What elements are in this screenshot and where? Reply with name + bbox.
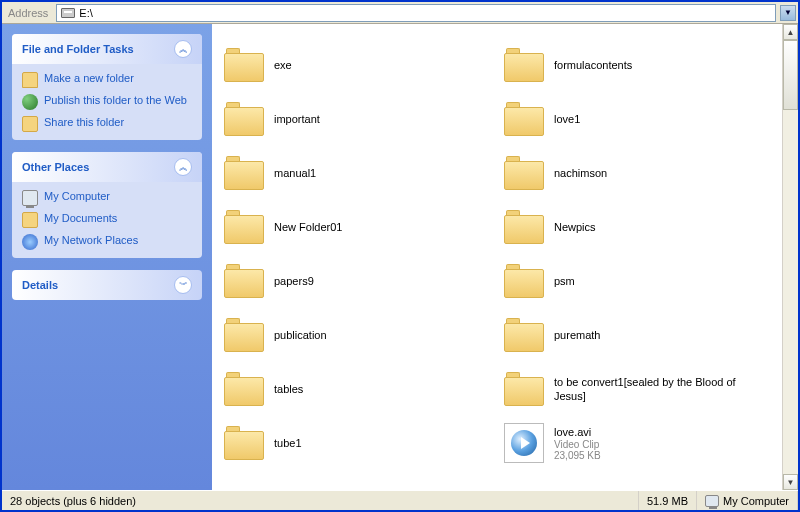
computer-icon [22,190,38,206]
task-new-folder[interactable]: Make a new folder [22,72,192,88]
item-name: publication [274,328,327,342]
panel-details-header[interactable]: Details ︾ [12,270,202,300]
vertical-scrollbar[interactable]: ▲ ▼ [782,24,798,490]
panel-details: Details ︾ [12,270,202,300]
folder-icon [224,210,264,244]
folder-icon [504,156,544,190]
share-icon [22,116,38,132]
scroll-up-button[interactable]: ▲ [783,24,798,40]
folder-item[interactable]: love1 [502,92,772,146]
status-bar: 28 objects (plus 6 hidden) 51.9 MB My Co… [2,490,798,510]
item-name: papers9 [274,274,314,288]
item-name: tables [274,382,303,396]
address-path: E:\ [79,7,92,19]
item-name: love.avi [554,425,601,439]
folder-item[interactable]: New Folder01 [222,200,492,254]
place-network[interactable]: My Network Places [22,234,192,250]
panel-details-title: Details [22,279,58,291]
folder-icon [224,264,264,298]
panel-places-body: My Computer My Documents My Network Plac… [12,182,202,258]
item-name: love1 [554,112,580,126]
expand-icon: ︾ [174,276,192,294]
scroll-down-button[interactable]: ▼ [783,474,798,490]
place-label: My Computer [44,190,110,202]
video-icon [504,423,544,463]
folder-item[interactable]: publication [222,308,492,362]
item-name: important [274,112,320,126]
file-item[interactable]: love.aviVideo Clip23,095 KB [502,416,772,470]
place-label: My Documents [44,212,117,224]
task-publish[interactable]: Publish this folder to the Web [22,94,192,110]
task-label: Make a new folder [44,72,134,84]
task-label: Share this folder [44,116,124,128]
folder-icon [224,156,264,190]
item-name: New Folder01 [274,220,342,234]
item-name: to be convert1[sealed by the Blood of Je… [554,375,770,404]
folder-item[interactable]: papers9 [222,254,492,308]
folder-icon [22,72,38,88]
globe-icon [22,94,38,110]
folder-item[interactable]: exe [222,38,492,92]
scrollbar-thumb[interactable] [783,40,798,110]
item-kind: Video Clip [554,439,601,450]
collapse-icon: ︽ [174,40,192,58]
folder-icon [504,48,544,82]
item-name: psm [554,274,575,288]
item-name: tube1 [274,436,302,450]
folder-item[interactable]: to be convert1[sealed by the Blood of Je… [502,362,772,416]
content-area: File and Folder Tasks ︽ Make a new folde… [2,24,798,490]
item-name: Newpics [554,220,596,234]
file-area: exeformulacontentsimportantlove1manual1n… [212,24,798,490]
network-icon [22,234,38,250]
folder-item[interactable]: formulacontents [502,38,772,92]
computer-icon [705,495,719,507]
folder-icon [504,372,544,406]
documents-icon [22,212,38,228]
folder-item[interactable]: psm [502,254,772,308]
address-dropdown[interactable]: ▼ [780,5,796,21]
task-share[interactable]: Share this folder [22,116,192,132]
address-field[interactable]: E:\ [56,4,776,22]
folder-icon [224,48,264,82]
panel-tasks: File and Folder Tasks ︽ Make a new folde… [12,34,202,140]
folder-icon [504,264,544,298]
place-my-computer[interactable]: My Computer [22,190,192,206]
sidebar: File and Folder Tasks ︽ Make a new folde… [2,24,212,490]
folder-item[interactable]: nachimson [502,146,772,200]
address-bar: Address E:\ ▼ [2,2,798,24]
place-my-documents[interactable]: My Documents [22,212,192,228]
folder-icon [504,318,544,352]
folder-icon [224,318,264,352]
item-name: formulacontents [554,58,632,72]
task-label: Publish this folder to the Web [44,94,187,106]
item-name: puremath [554,328,600,342]
address-label: Address [4,7,52,19]
drive-icon [61,8,75,18]
status-location-text: My Computer [723,495,789,507]
item-size: 23,095 KB [554,450,601,461]
item-name: manual1 [274,166,316,180]
panel-tasks-title: File and Folder Tasks [22,43,134,55]
panel-tasks-header[interactable]: File and Folder Tasks ︽ [12,34,202,64]
collapse-icon: ︽ [174,158,192,176]
item-name: exe [274,58,292,72]
folder-icon [224,102,264,136]
folder-item[interactable]: puremath [502,308,772,362]
folder-icon [224,372,264,406]
folder-icon [504,102,544,136]
panel-tasks-body: Make a new folder Publish this folder to… [12,64,202,140]
folder-item[interactable]: important [222,92,492,146]
panel-places: Other Places ︽ My Computer My Documents … [12,152,202,258]
folder-item[interactable]: tube1 [222,416,492,470]
panel-places-header[interactable]: Other Places ︽ [12,152,202,182]
folder-item[interactable]: Newpics [502,200,772,254]
status-location: My Computer [697,491,798,510]
item-name: nachimson [554,166,607,180]
folder-item[interactable]: manual1 [222,146,492,200]
status-objects: 28 objects (plus 6 hidden) [2,491,639,510]
status-size: 51.9 MB [639,491,697,510]
folder-item[interactable]: tables [222,362,492,416]
file-list[interactable]: exeformulacontentsimportantlove1manual1n… [212,24,782,490]
panel-places-title: Other Places [22,161,89,173]
folder-icon [224,426,264,460]
